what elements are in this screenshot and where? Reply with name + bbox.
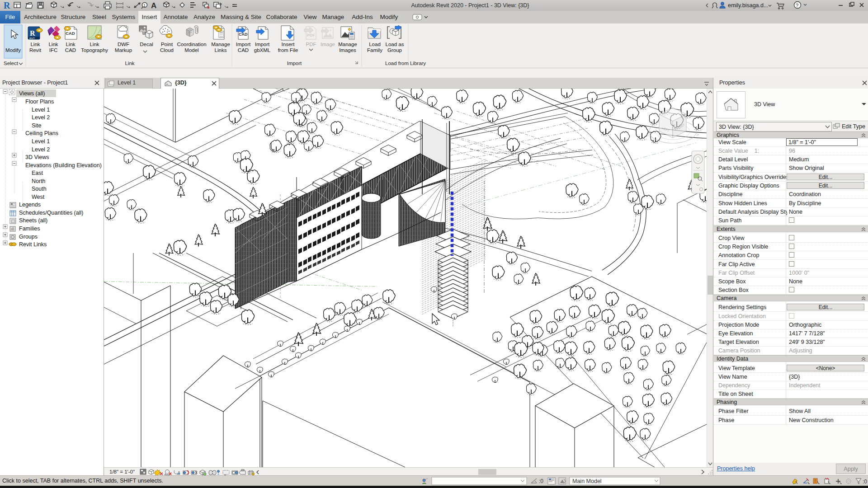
svg-text:Elevations (Building Elevation: Elevations (Building Elevation) (25, 162, 102, 169)
svg-text:emily.bisaga.d...: emily.bisaga.d... (728, 2, 768, 9)
svg-text:Views (all): Views (all) (19, 90, 45, 97)
svg-text:Level 1: Level 1 (32, 138, 50, 145)
svg-text:South: South (32, 186, 47, 192)
svg-text:RVT: RVT (29, 37, 35, 40)
svg-text:Level 1: Level 1 (32, 107, 50, 113)
svg-text:1: 1 (143, 3, 146, 8)
svg-text:CAD: CAD (239, 32, 248, 37)
svg-text:1/8" = 1'-0": 1/8" = 1'-0" (109, 469, 135, 474)
svg-text:Modify: Modify (5, 47, 21, 53)
svg-text:PDF: PDF (307, 33, 316, 38)
svg-text:R: R (30, 29, 35, 37)
svg-text:Ceiling Plans: Ceiling Plans (25, 130, 58, 136)
svg-text:3D Views: 3D Views (25, 154, 49, 160)
svg-text:?: ? (796, 3, 798, 8)
svg-text:Select: Select (4, 61, 19, 66)
svg-text:Level 2: Level 2 (32, 114, 50, 121)
svg-text:East: East (32, 170, 43, 176)
svg-text:North: North (32, 178, 46, 184)
svg-text:A: A (151, 1, 156, 10)
svg-text:Legends: Legends (19, 202, 41, 208)
svg-text:Site: Site (32, 122, 42, 129)
svg-text::0: :0 (863, 479, 867, 485)
svg-text:Load from Library: Load from Library (385, 61, 426, 66)
svg-text:Floor Plans: Floor Plans (25, 99, 54, 105)
svg-text:R: R (4, 0, 10, 10)
svg-text:Sheets (all): Sheets (all) (19, 217, 47, 224)
svg-text:Revit Links: Revit Links (19, 241, 47, 248)
svg-text:Groups: Groups (19, 234, 38, 240)
svg-text:Main Model: Main Model (572, 478, 602, 484)
svg-text:West: West (32, 194, 45, 200)
svg-text::0: :0 (539, 478, 543, 484)
svg-text:Level 2: Level 2 (32, 146, 50, 153)
svg-text:Link: Link (125, 61, 134, 66)
svg-text:Import: Import (287, 61, 302, 66)
svg-text:Families: Families (19, 225, 40, 232)
svg-text:CAD: CAD (66, 31, 75, 36)
svg-text:Autodesk Revit 2020 - Project1: Autodesk Revit 2020 - Project1 - 3D View… (411, 2, 529, 9)
svg-text:Schedules/Quantities (all): Schedules/Quantities (all) (19, 210, 83, 216)
